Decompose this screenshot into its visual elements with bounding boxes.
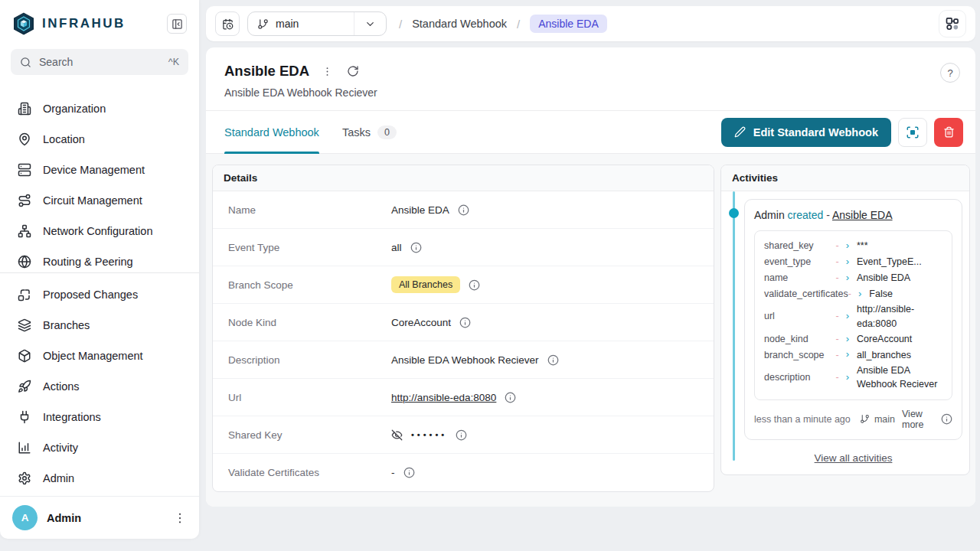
calendar-clock-icon: [222, 18, 234, 30]
schema-visualizer-button[interactable]: [939, 10, 966, 37]
property-row: name - › Ansible EDA: [764, 270, 942, 286]
sidebar-item-network-configuration[interactable]: Network Configuration: [8, 216, 191, 246]
branch-selector-value: main: [248, 18, 354, 30]
tab-label: Standard Webhook: [224, 126, 319, 139]
sidebar-item-admin[interactable]: Admin: [8, 463, 191, 494]
info-icon[interactable]: [458, 204, 469, 216]
time-travel-button[interactable]: [215, 11, 240, 36]
plug-icon: [18, 410, 31, 424]
info-icon[interactable]: [547, 354, 559, 366]
avatar: A: [12, 505, 38, 530]
info-icon[interactable]: [941, 413, 952, 425]
sidebar-item-routing-peering[interactable]: Routing & Peering: [8, 246, 191, 273]
cube-icon: [18, 349, 31, 363]
activity-object-link[interactable]: Ansible EDA: [832, 209, 893, 221]
branch-selector[interactable]: main: [247, 11, 387, 36]
sidebar-item-circuit-management[interactable]: Circuit Management: [8, 185, 191, 216]
info-icon[interactable]: [403, 467, 415, 478]
branch-scope-badge: All Branches: [391, 276, 460, 293]
panel-left-close-icon: [172, 18, 183, 30]
detail-row-shared-key: Shared Key ••••••: [213, 416, 714, 454]
sidebar-item-label: Admin: [43, 472, 74, 484]
tab-label: Tasks: [342, 126, 371, 139]
info-icon[interactable]: [505, 392, 516, 403]
sidebar-item-actions[interactable]: Actions: [8, 371, 191, 402]
tab-standard-webhook[interactable]: Standard Webhook: [224, 111, 319, 153]
detail-value: CoreAccount: [391, 317, 451, 328]
detail-value: Ansible EDA Webhook Reciever: [391, 354, 539, 366]
logo-row: INFRAHUB: [0, 0, 199, 43]
title-row: Ansible EDA Ansible EDA Webhook Reciever…: [206, 47, 975, 99]
chevron-right-icon: ›: [846, 309, 849, 324]
sidebar-item-proposed-changes[interactable]: Proposed Changes: [8, 279, 191, 310]
user-row: A Admin: [0, 496, 199, 539]
sidebar-collapse-button[interactable]: [167, 14, 187, 34]
sidebar-item-device-management[interactable]: Device Management: [8, 155, 191, 185]
sidebar-item-label: Integrations: [43, 411, 101, 423]
detail-row-event-type: Event Type all: [213, 229, 714, 266]
chevron-right-icon: ›: [846, 239, 849, 253]
user-menu-button[interactable]: [173, 511, 187, 525]
activity-footer: less than a minute ago main View more: [754, 409, 952, 430]
activities-panel-header: Activities: [721, 165, 969, 191]
url-link[interactable]: http://ansible-eda:8080: [391, 392, 496, 403]
details-panel-header: Details: [213, 165, 714, 191]
sidebar-item-location[interactable]: Location: [8, 124, 191, 155]
sidebar-item-label: Object Management: [43, 350, 143, 362]
refresh-button[interactable]: [345, 64, 361, 79]
route-icon: [18, 194, 31, 207]
view-all-activities-link[interactable]: View all activities: [815, 452, 893, 464]
edit-standard-webhook-button[interactable]: Edit Standard Webhook: [721, 118, 891, 147]
sidebar-item-branches[interactable]: Branches: [8, 310, 191, 341]
kebab-menu-icon: [322, 66, 333, 77]
manage-object-button[interactable]: [898, 118, 927, 147]
property-row: validate_certificates - › False: [764, 286, 942, 302]
sidebar-item-label: Actions: [43, 380, 80, 393]
sidebar-menu-secondary: Proposed Changes Branches Object Managem…: [0, 273, 199, 494]
tab-tasks[interactable]: Tasks 0: [342, 111, 397, 153]
sidebar-item-label: Network Configuration: [43, 225, 152, 237]
info-icon[interactable]: [459, 317, 471, 328]
breadcrumb-separator: /: [399, 18, 402, 31]
help-button[interactable]: ?: [940, 63, 960, 83]
page-subtitle: Ansible EDA Webhook Reciever: [224, 86, 940, 99]
title-menu-button[interactable]: [320, 64, 335, 79]
sidebar-item-organization[interactable]: Organization: [8, 93, 191, 124]
pencil-icon: [734, 126, 746, 138]
sidebar-item-integrations[interactable]: Integrations: [8, 402, 191, 432]
delete-button[interactable]: [934, 118, 963, 147]
previous-value-dash: -: [835, 271, 838, 285]
activity-timestamp: less than a minute ago: [754, 414, 853, 425]
branch-selector-caret: [354, 12, 386, 35]
info-icon[interactable]: [410, 242, 422, 253]
branch-name: main: [276, 18, 299, 30]
previous-value-dash: -: [835, 239, 838, 253]
breadcrumb-parent[interactable]: Standard Webhook: [412, 18, 507, 30]
user-name: Admin: [47, 512, 81, 524]
detail-row-node-kind: Node Kind CoreAccount: [213, 304, 714, 341]
activity-separator: -: [826, 209, 830, 221]
sidebar-item-label: Proposed Changes: [43, 289, 138, 301]
search-icon: [20, 57, 31, 68]
view-more-link[interactable]: View more: [902, 409, 934, 430]
search-input[interactable]: Search ^K: [11, 49, 188, 75]
activity-branch: main: [860, 414, 895, 425]
chevron-right-icon: ›: [846, 255, 849, 269]
git-branch-icon: [257, 18, 269, 30]
eye-off-icon[interactable]: [391, 429, 403, 441]
breadcrumb-separator: /: [517, 18, 520, 31]
sidebar-item-activity[interactable]: Activity: [8, 432, 191, 463]
sidebar-menu-primary: Organization Location Device Management …: [0, 75, 199, 273]
info-icon[interactable]: [456, 429, 467, 441]
detail-row-validate-certificates: Validate Certificates -: [213, 454, 714, 491]
building-icon: [18, 102, 31, 116]
previous-value-dash: -: [848, 287, 851, 301]
property-row: shared_key - › ***: [764, 238, 942, 254]
breadcrumb-current[interactable]: Ansible EDA: [530, 15, 607, 33]
property-row: branch_scope - › all_branches: [764, 347, 942, 363]
content-card: Ansible EDA Ansible EDA Webhook Reciever…: [206, 47, 975, 507]
sidebar-item-label: Branches: [43, 319, 90, 331]
sidebar-item-object-management[interactable]: Object Management: [8, 341, 191, 371]
git-branch-icon: [860, 414, 870, 424]
info-icon[interactable]: [469, 279, 480, 291]
